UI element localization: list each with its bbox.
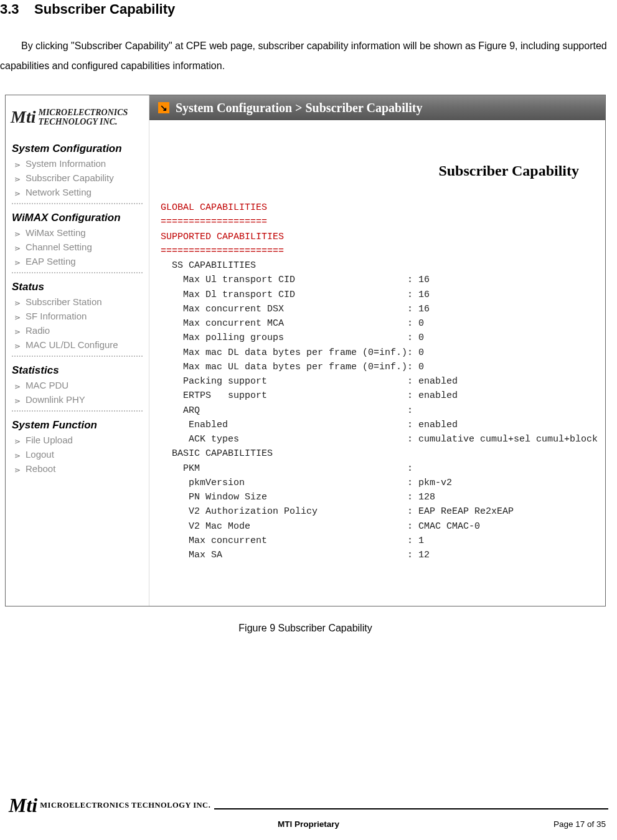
title-bar: ↘ System Configuration > Subscriber Capa… (149, 95, 605, 120)
nav-item-label: Subscriber Capability (26, 172, 114, 183)
bullet-icon: ⋗ (14, 328, 21, 334)
bullet-icon: ⋗ (14, 313, 21, 319)
nav-group-title: Status (6, 277, 149, 295)
page-footer: Mti MICROELECTRONICS TECHNOLOGY INC. MTI… (0, 794, 617, 829)
nav-item[interactable]: ⋗File Upload (6, 433, 149, 447)
nav-item[interactable]: ⋗System Information (6, 156, 149, 171)
nav-item-label: EAP Setting (26, 256, 76, 267)
bullet-icon: ⋗ (14, 299, 21, 305)
bullet-icon: ⋗ (14, 451, 21, 458)
bullet-icon: ⋗ (14, 466, 21, 472)
nav-item-label: Network Setting (26, 187, 92, 197)
sidebar: Mti MICROELECTRONICS TECHNOLOGY INC. Sys… (6, 95, 149, 606)
nav-item-label: MAC PDU (26, 380, 68, 390)
nav-item-label: System Information (26, 158, 106, 169)
nav-item-label: Downlink PHY (26, 394, 85, 405)
nav-item[interactable]: ⋗MAC UL/DL Configure (6, 337, 149, 352)
body-paragraph: By clicking "Subscriber Capability" at C… (0, 36, 611, 76)
nav-divider (12, 410, 143, 412)
nav-item[interactable]: ⋗MAC PDU (6, 378, 149, 392)
nav-divider (12, 203, 143, 204)
bullet-icon: ⋗ (14, 342, 21, 348)
footer-logo: Mti MICROELECTRONICS TECHNOLOGY INC. (9, 794, 210, 817)
nav-item-label: Logout (26, 449, 54, 460)
footer-center: MTI Proprietary (171, 819, 446, 829)
bullet-icon: ⋗ (14, 189, 21, 196)
nav-item[interactable]: ⋗Reboot (6, 461, 149, 476)
footer-logo-mark: Mti (9, 794, 37, 817)
nav-group-title: WiMAX Configuration (6, 208, 149, 225)
nav-item[interactable]: ⋗Channel Setting (6, 240, 149, 254)
logo-line1: MICROELECTRONICS (38, 108, 128, 117)
nav-item[interactable]: ⋗Subscriber Station (6, 295, 149, 309)
nav-item[interactable]: ⋗WiMax Setting (6, 225, 149, 240)
nav-item-label: Subscriber Station (26, 296, 102, 307)
logo-mark: Mti (11, 108, 35, 127)
nav-item[interactable]: ⋗Downlink PHY (6, 392, 149, 407)
footer-rule (214, 808, 608, 809)
footer-page: Page 17 of 35 (446, 819, 608, 829)
bullet-icon: ⋗ (14, 397, 21, 403)
nav-item[interactable]: ⋗Radio (6, 323, 149, 337)
bullet-icon: ⋗ (14, 382, 21, 389)
bullet-icon: ⋗ (14, 230, 21, 236)
sidebar-logo: Mti MICROELECTRONICS TECHNOLOGY INC. (6, 95, 149, 139)
bullet-icon: ⋗ (14, 244, 21, 250)
nav-divider (12, 356, 143, 357)
logo-line2: TECHNOLOGY INC. (38, 117, 117, 126)
bullet-icon: ⋗ (14, 437, 21, 443)
bullet-icon: ⋗ (14, 258, 21, 265)
nav-item-label: Reboot (26, 463, 55, 474)
nav-item-label: WiMax Setting (26, 227, 86, 238)
figure-caption: Figure 9 Subscriber Capability (0, 623, 611, 634)
title-bar-text: System Configuration > Subscriber Capabi… (176, 101, 423, 115)
section-heading: 3.3 Subscriber Capability (0, 1, 611, 17)
nav-item-label: Channel Setting (26, 242, 92, 252)
bullet-icon: ⋗ (14, 175, 21, 181)
arrow-icon: ↘ (158, 102, 169, 113)
main-panel: ↘ System Configuration > Subscriber Capa… (149, 95, 605, 606)
nav-group-title: Statistics (6, 361, 149, 378)
nav-item[interactable]: ⋗SF Information (6, 309, 149, 323)
nav-item-label: Radio (26, 325, 50, 336)
nav-item[interactable]: ⋗Logout (6, 447, 149, 461)
nav-item-label: MAC UL/DL Configure (26, 339, 118, 350)
bullet-icon: ⋗ (14, 161, 21, 167)
figure-screenshot: Mti MICROELECTRONICS TECHNOLOGY INC. Sys… (5, 95, 606, 606)
nav-item-label: SF Information (26, 311, 87, 321)
nav-divider (12, 272, 143, 273)
nav-group-title: System Function (6, 415, 149, 433)
capability-text: GLOBAL CAPABILITIES =================== … (161, 201, 598, 562)
nav-item[interactable]: ⋗EAP Setting (6, 254, 149, 268)
content-title: Subscriber Capability (161, 163, 579, 179)
nav-group-title: System Configuration (6, 139, 149, 156)
nav-item[interactable]: ⋗Subscriber Capability (6, 171, 149, 185)
nav-item-label: File Upload (26, 435, 73, 445)
section-title: Subscriber Capability (34, 1, 175, 17)
nav-item[interactable]: ⋗Network Setting (6, 185, 149, 199)
section-number: 3.3 (0, 1, 19, 17)
footer-logo-text: MICROELECTRONICS TECHNOLOGY INC. (40, 801, 210, 810)
